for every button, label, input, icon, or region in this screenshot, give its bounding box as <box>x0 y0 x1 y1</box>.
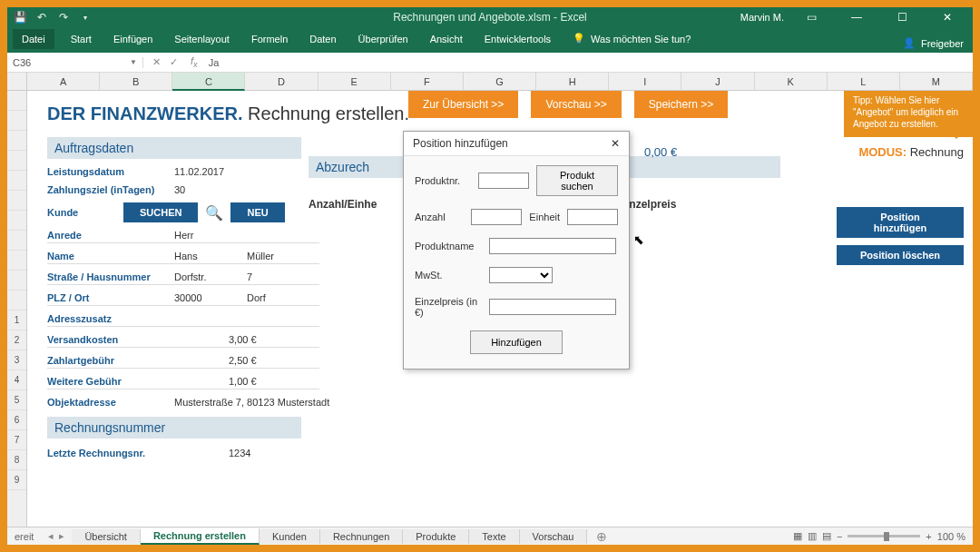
strasse-value[interactable]: Dorfstr. <box>174 271 247 282</box>
search-icon[interactable]: 🔍 <box>205 204 223 222</box>
save-icon[interactable]: 💾 <box>13 10 27 25</box>
row-8[interactable]: 8 <box>7 450 26 470</box>
ort-value[interactable]: Dorf <box>247 292 319 303</box>
row-1[interactable]: 1 <box>7 310 26 330</box>
suchen-button[interactable]: SUCHEN <box>123 202 198 222</box>
sheet-tab-kunden[interactable]: Kunden <box>260 529 320 544</box>
anrede-value[interactable]: Herr <box>174 230 319 241</box>
zahlart-value[interactable]: 2,50 € <box>174 355 319 366</box>
name-box[interactable]: C36 ▼ <box>7 57 143 68</box>
col-D[interactable]: D <box>245 73 318 91</box>
letzte-rnr-value[interactable]: 1234 <box>174 448 319 458</box>
sheet-tab-rechnungen[interactable]: Rechnungen <box>320 529 403 544</box>
row-7[interactable]: 7 <box>7 430 26 450</box>
name-box-dropdown-icon[interactable]: ▼ <box>130 58 137 66</box>
neu-button[interactable]: NEU <box>230 202 284 222</box>
row-2[interactable]: 2 <box>7 330 26 350</box>
preview-button[interactable]: Vorschau >> <box>531 91 621 118</box>
select-all-corner[interactable] <box>7 73 27 91</box>
ribbon-tab-start[interactable]: Start <box>65 29 97 49</box>
file-tab[interactable]: Datei <box>13 29 54 49</box>
ribbon-tab-layout[interactable]: Seitenlayout <box>169 29 235 49</box>
zoom-in-icon[interactable]: + <box>926 531 931 542</box>
lastname-value[interactable]: Müller <box>247 251 319 261</box>
overview-button[interactable]: Zur Übersicht >> <box>408 91 518 118</box>
einzelpreis-input[interactable] <box>489 299 616 315</box>
sheet-tab-uebersicht[interactable]: Übersicht <box>72 529 140 544</box>
row-9[interactable]: 9 <box>7 470 26 490</box>
save-button[interactable]: Speichern >> <box>634 91 728 118</box>
produktnr-input[interactable] <box>478 172 529 189</box>
minimize-icon[interactable]: — <box>838 11 875 24</box>
row-header[interactable] <box>7 251 26 271</box>
add-sheet-icon[interactable]: ⊕ <box>587 529 616 544</box>
enter-formula-icon[interactable]: ✓ <box>170 56 178 68</box>
row-header[interactable] <box>7 211 26 231</box>
col-I[interactable]: I <box>609 73 681 91</box>
share-button[interactable]: 👤 Freigeber <box>903 37 964 49</box>
versand-value[interactable]: 3,00 € <box>174 334 319 345</box>
col-G[interactable]: G <box>464 73 536 91</box>
zoom-out-icon[interactable]: − <box>837 531 842 542</box>
produkt-suchen-button[interactable]: Produkt suchen <box>536 165 618 196</box>
col-L[interactable]: L <box>828 73 900 91</box>
row-header[interactable] <box>7 191 26 211</box>
close-window-icon[interactable]: ✕ <box>929 11 965 24</box>
sheet-tab-produkte[interactable]: Produkte <box>403 529 469 544</box>
ribbon-tab-insert[interactable]: Einfügen <box>108 29 158 49</box>
ribbon-tab-view[interactable]: Ansicht <box>425 29 468 49</box>
weitere-value[interactable]: 1,00 € <box>174 376 319 387</box>
tab-nav-prev-icon[interactable]: ▸ <box>59 530 64 542</box>
row-6[interactable]: 6 <box>7 410 26 430</box>
row-header[interactable] <box>7 291 26 310</box>
firstname-value[interactable]: Hans <box>174 251 247 261</box>
view-page-layout-icon[interactable]: ▥ <box>808 530 817 542</box>
row-5[interactable]: 5 <box>7 390 26 410</box>
col-C[interactable]: C <box>172 73 245 91</box>
view-normal-icon[interactable]: ▦ <box>793 530 802 542</box>
ribbon-options-icon[interactable]: ▭ <box>793 11 829 24</box>
maximize-icon[interactable]: ☐ <box>884 11 920 24</box>
delete-position-button[interactable]: Position löschen <box>837 245 964 265</box>
sheet-tab-vorschau[interactable]: Vorschau <box>520 529 588 544</box>
col-M[interactable]: M <box>900 73 973 91</box>
row-header[interactable] <box>7 151 26 171</box>
col-E[interactable]: E <box>318 73 391 91</box>
sheet-tab-texte[interactable]: Texte <box>469 529 519 544</box>
produktname-input[interactable] <box>489 238 616 254</box>
objekt-value[interactable]: Musterstraße 7, 80123 Musterstadt <box>174 397 374 408</box>
user-name[interactable]: Marvin M. <box>740 12 784 23</box>
col-B[interactable]: B <box>100 73 172 91</box>
col-A[interactable]: A <box>27 73 100 91</box>
leistungsdatum-value[interactable]: 11.02.2017 <box>174 166 319 177</box>
row-4[interactable]: 4 <box>7 370 26 390</box>
anzahl-input[interactable] <box>471 209 522 225</box>
redo-icon[interactable]: ↷ <box>56 10 71 25</box>
ribbon-tab-devtools[interactable]: Entwicklertools <box>479 29 556 49</box>
undo-icon[interactable]: ↶ <box>34 10 49 25</box>
hinzufuegen-button[interactable]: Hinzufügen <box>470 330 563 354</box>
tell-me-search[interactable]: 💡 Was möchten Sie tun? <box>567 28 696 49</box>
mwst-select[interactable] <box>489 267 553 283</box>
hnr-value[interactable]: 7 <box>247 271 319 282</box>
row-header[interactable] <box>7 91 26 111</box>
ribbon-tab-review[interactable]: Überprüfen <box>353 29 414 49</box>
close-icon[interactable]: ✕ <box>611 137 620 150</box>
tab-nav-first-icon[interactable]: ◂ <box>48 530 54 542</box>
zoom-slider[interactable] <box>848 535 920 537</box>
col-J[interactable]: J <box>681 73 754 91</box>
ribbon-tab-formulas[interactable]: Formeln <box>246 29 293 49</box>
add-position-button[interactable]: Position hinzufügen <box>837 207 964 238</box>
cancel-formula-icon[interactable]: ✕ <box>152 56 161 68</box>
zoom-value[interactable]: 100 % <box>937 531 965 542</box>
formula-bar[interactable]: Ja <box>201 57 227 68</box>
row-header[interactable] <box>7 171 26 191</box>
row-header[interactable] <box>7 231 26 251</box>
col-K[interactable]: K <box>755 73 828 91</box>
row-3[interactable]: 3 <box>7 350 26 370</box>
zahlungsziel-value[interactable]: 30 <box>174 184 319 195</box>
row-header[interactable] <box>7 131 26 151</box>
einheit-input[interactable] <box>567 209 618 225</box>
view-page-break-icon[interactable]: ▤ <box>822 530 831 542</box>
plz-value[interactable]: 30000 <box>174 292 247 303</box>
